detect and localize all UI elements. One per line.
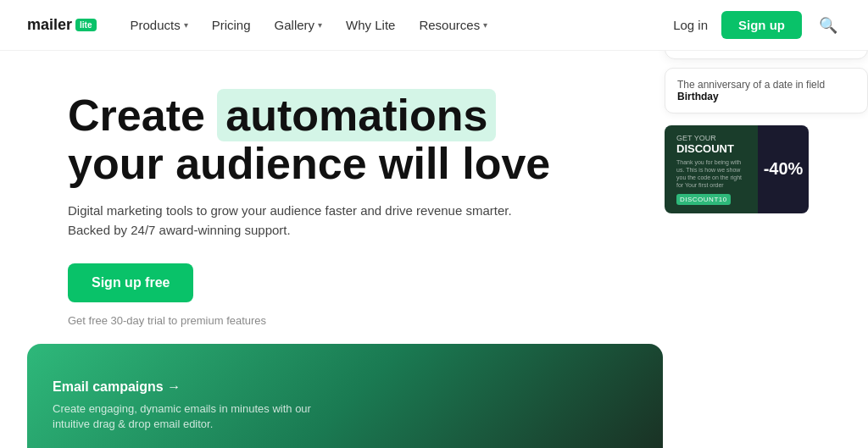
bottom-section: Email campaigns → Create engaging, dynam… [0, 344, 868, 448]
navbar: mailer lite Products ▾ Pricing Gallery ▾… [0, 0, 868, 51]
nav-links: Products ▾ Pricing Gallery ▾ Why Lite Re… [131, 18, 674, 32]
email-campaigns-desc: Create engaging, dynamic emails in minut… [53, 401, 324, 432]
chevron-down-icon: ▾ [318, 20, 322, 30]
trial-text: Get free 30-day trial to premium feature… [68, 314, 841, 327]
nav-gallery[interactable]: Gallery ▾ [275, 18, 323, 32]
nav-products[interactable]: Products ▾ [131, 18, 188, 32]
discount-badge: -40% [758, 125, 809, 213]
hero-subtext: Digital marketing tools to grow your aud… [68, 202, 542, 240]
email-campaigns-title[interactable]: Email campaigns → [53, 379, 324, 395]
logo-text: mailer [27, 16, 72, 34]
chevron-down-icon: ▾ [483, 20, 487, 30]
anniversary-card: The anniversary of a date in field Birth… [665, 68, 868, 113]
nav-pricing[interactable]: Pricing [212, 18, 251, 32]
discount-title: DISCOUNT [676, 142, 746, 156]
discount-code: DISCOUNT10 [676, 194, 731, 205]
anniversary-field: Birthday [677, 91, 719, 102]
nav-why-lite[interactable]: Why Lite [346, 18, 395, 32]
green-card: Email campaigns → Create engaging, dynam… [27, 344, 663, 448]
anniversary-text: The anniversary of a date in field [677, 79, 825, 91]
hero-signup-button[interactable]: Sign up free [68, 263, 193, 302]
discount-area: GET YOUR DISCOUNT Thank you for being wi… [665, 125, 868, 213]
nav-right: Log in Sign up 🔍 [673, 11, 841, 39]
get-your-text: GET YOUR [676, 134, 746, 142]
discount-subtext: Thank you for being with us. This is how… [676, 158, 746, 189]
chevron-down-icon: ▾ [184, 20, 188, 30]
discount-green-card: GET YOUR DISCOUNT Thank you for being wi… [665, 125, 758, 213]
logo[interactable]: mailer lite [27, 16, 97, 34]
search-button[interactable]: 🔍 [815, 13, 841, 38]
search-icon: 🔍 [819, 17, 837, 34]
nav-resources[interactable]: Resources ▾ [419, 18, 487, 32]
email-campaigns-card: Email campaigns → Create engaging, dynam… [53, 379, 324, 432]
hero-highlight: automations [217, 89, 496, 141]
hero-section: Create automations your audience will lo… [0, 51, 868, 327]
login-button[interactable]: Log in [673, 18, 708, 32]
nav-signup-button[interactable]: Sign up [721, 11, 802, 39]
logo-badge: lite [75, 19, 96, 31]
